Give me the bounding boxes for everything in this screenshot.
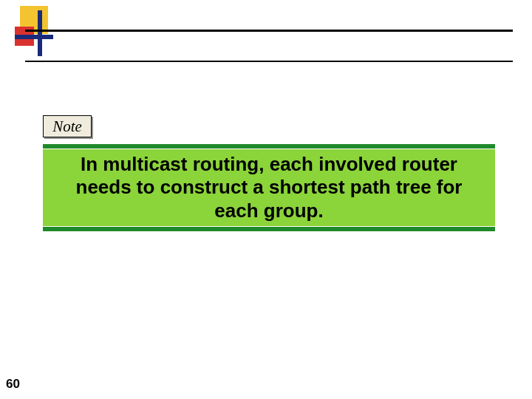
callout-band: In multicast routing, each involved rout… [43, 149, 495, 226]
callout-text: In multicast routing, each involved rout… [56, 153, 482, 222]
logo-blue-bar-vertical [38, 10, 42, 56]
callout-border-bottom [43, 227, 495, 231]
header-rule-thick [25, 30, 513, 32]
note-label: Note [52, 117, 82, 136]
callout-border-top [43, 144, 495, 149]
page-number: 60 [6, 377, 20, 392]
header-rule-thin [25, 61, 513, 62]
note-badge: Note [43, 115, 92, 137]
logo-blue-bar-horizontal [15, 35, 53, 39]
